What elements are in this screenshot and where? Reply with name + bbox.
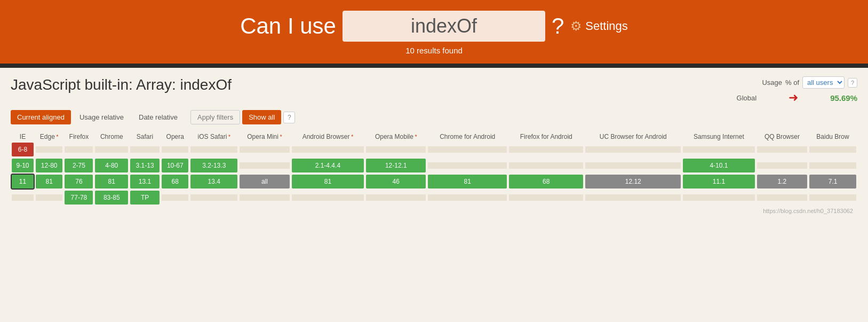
browser-col-opera-mobile: Opera Mobile * [365,131,427,142]
table-cell [584,142,682,158]
compat-tbody: 6-89-1012-802-754-803.1-1310-673.2-13.32… [11,142,857,206]
browser-table: IEEdge *FirefoxChromeSafariOperaiOS Safa… [11,131,857,206]
browser-col-firefox-for-android: Firefox for Android [508,131,584,142]
usage-help-button[interactable]: ? [848,78,857,88]
table-cell [291,190,365,206]
version-cell: 7.1 [809,175,856,189]
table-cell [238,158,290,174]
version-cell: 81 [428,175,507,189]
table-cell [427,158,508,174]
main-content: JavaScript built-in: Array: indexOf Usag… [0,68,868,225]
table-cell: 77-78 [63,190,94,206]
version-cell: 12-12.1 [366,159,426,172]
table-cell [808,158,857,174]
table-cell [35,190,63,206]
date-relative-button[interactable]: Date relative [132,110,184,124]
header-question-icon: ? [552,13,564,39]
table-cell [238,190,290,206]
table-cell [365,142,427,158]
table-cell [427,190,508,206]
table-cell: 4-10.1 [682,158,756,174]
table-cell: TP [129,190,161,206]
browser-name-safari: Safari [130,133,160,140]
version-cell [36,146,62,153]
table-cell: 81 [291,174,365,190]
table-row: 9-1012-802-754-803.1-1310-673.2-13.32.1-… [11,158,857,174]
show-all-button[interactable]: Show all [242,110,281,124]
browser-name-baidu-brow: Baidu Brow [809,133,856,140]
browser-col-firefox: Firefox [63,131,94,142]
version-cell: 68 [162,175,188,189]
version-cell: 2.1-4.4.4 [292,159,364,172]
table-cell [756,142,808,158]
browser-col-safari: Safari [129,131,161,142]
apply-filters-button[interactable]: Apply filters [190,110,240,124]
table-cell [161,142,189,158]
version-cell: 4-80 [95,159,128,172]
table-cell [291,142,365,158]
version-cell: 3.2-13.3 [190,159,237,172]
browser-col-ios-safari: iOS Safari * [189,131,238,142]
browser-name-opera: Opera [162,133,188,140]
browser-name-opera-mini: Opera Mini * [240,133,289,140]
table-cell [508,158,584,174]
version-cell: TP [130,191,160,205]
browser-name-ie: IE [12,133,34,140]
version-cell: 1.2 [757,175,807,189]
current-aligned-button[interactable]: Current aligned [11,110,71,124]
table-cell [508,142,584,158]
version-cell [240,194,289,201]
table-cell [508,190,584,206]
search-input[interactable] [343,11,545,42]
browser-name-firefox: Firefox [65,133,93,140]
version-cell [190,194,237,201]
feature-title-row: JavaScript built-in: Array: indexOf Usag… [11,76,857,105]
browser-name-opera-mobile: Opera Mobile * [366,133,426,140]
table-cell [427,142,508,158]
table-cell: 3.1-13 [129,158,161,174]
header: Can I use ? ⚙ Settings 10 results found [0,0,868,64]
header-can-i-use-label: Can I use [240,13,336,39]
version-cell: 4-10.1 [683,159,755,172]
browser-col-ie: IE [11,131,35,142]
version-cell [65,146,93,153]
version-cell [757,146,807,153]
version-cell [683,194,755,201]
table-cell: 6-8 [11,142,35,158]
usage-controls: Usage % of all users ? Global ➜ 95.69% [737,76,857,105]
browser-name-qq-browser: QQ Browser [757,133,807,140]
table-cell: 83-85 [94,190,129,206]
users-select[interactable]: all users [802,76,845,89]
version-cell: 10-67 [162,159,188,172]
filter-help-button[interactable]: ? [283,112,295,123]
table-cell: 9-10 [11,158,35,174]
browser-col-samsung-internet: Samsung Internet [682,131,756,142]
table-cell: 68 [508,174,584,190]
version-cell [240,146,289,153]
browser-name-chrome: Chrome [95,133,128,140]
version-cell [428,194,507,201]
filter-bar: Current aligned Usage relative Date rela… [11,110,857,124]
browser-name-chrome-for-android: Chrome for Android [428,133,507,140]
version-cell [809,162,856,169]
browser-col-uc-browser-for-android: UC Browser for Android [584,131,682,142]
version-cell: 11.1 [683,175,755,189]
table-cell: 81 [94,174,129,190]
version-cell [757,162,807,169]
version-cell [585,194,681,201]
version-cell: 11 [12,175,34,189]
browser-col-baidu-brow: Baidu Brow [808,131,857,142]
usage-relative-button[interactable]: Usage relative [73,110,130,124]
browser-col-android-browser: Android Browser * [291,131,365,142]
settings-button[interactable]: ⚙ Settings [570,19,628,34]
version-cell: 13.4 [190,175,237,189]
table-cell [35,142,63,158]
table-row: 77-7883-85TP [11,190,857,206]
global-percent: 95.69% [830,93,857,103]
version-cell: 77-78 [65,191,93,205]
global-label: Global [737,94,757,102]
table-cell: 2.1-4.4.4 [291,158,365,174]
table-cell [584,158,682,174]
version-cell: 12-80 [36,159,62,172]
asterisk-icon: * [413,134,417,140]
